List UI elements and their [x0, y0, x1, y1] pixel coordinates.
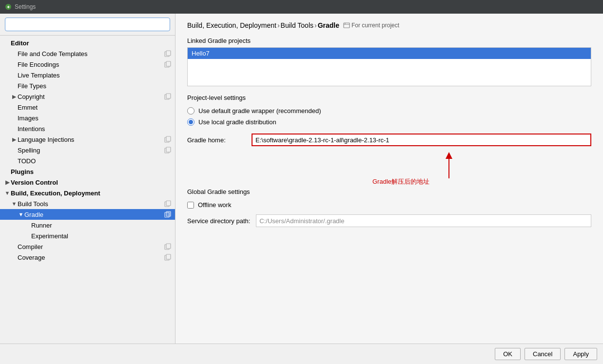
radio-default-wrapper[interactable]	[187, 107, 195, 115]
svg-rect-7	[166, 94, 171, 98]
offline-work-checkbox[interactable]	[187, 202, 194, 209]
sidebar-item-build-execution[interactable]: ▼ Build, Execution, Deployment	[0, 188, 175, 198]
collapse-icon: ▼	[4, 190, 11, 196]
sidebar-item-live-templates[interactable]: Live Templates	[0, 70, 175, 80]
sidebar-tree: Editor File and Code Templates File Enco…	[0, 36, 175, 344]
radio-local-gradle-label: Use local gradle distribution	[198, 118, 276, 126]
radio-default-wrapper-label: Use default gradle wrapper (recommended)	[198, 107, 321, 115]
sidebar-item-file-types[interactable]: File Types	[0, 80, 175, 91]
sidebar-item-plugins[interactable]: Plugins	[0, 166, 175, 177]
collapse-icon-3: ▼	[18, 211, 24, 217]
sidebar-item-intentions[interactable]: Intentions	[0, 123, 175, 134]
copy-icon-2	[164, 61, 171, 68]
for-project-label: For current project	[343, 22, 399, 29]
sidebar-item-editor[interactable]: Editor	[0, 38, 175, 48]
svg-rect-3	[166, 51, 171, 56]
breadcrumb-current: Gradle	[318, 21, 339, 29]
arrow-up-head	[446, 152, 452, 159]
copy-icon-3	[164, 93, 171, 100]
radio-row-local-gradle: Use local gradle distribution	[187, 118, 591, 126]
svg-rect-20	[344, 23, 350, 28]
bottom-bar: OK Cancel Apply	[0, 344, 603, 364]
copy-icon-4	[164, 136, 171, 143]
sidebar-item-images[interactable]: Images	[0, 113, 175, 123]
svg-text:✦: ✦	[6, 4, 10, 10]
sidebar-item-build-tools[interactable]: ▼ Build Tools	[0, 198, 175, 209]
title-bar-title: Settings	[15, 3, 36, 10]
svg-rect-11	[166, 147, 171, 152]
radio-local-gradle[interactable]	[187, 118, 195, 126]
sidebar-item-runner[interactable]: Runner	[0, 220, 175, 230]
sidebar: Editor File and Code Templates File Enco…	[0, 14, 175, 344]
copy-icon-6	[164, 200, 171, 207]
breadcrumb-sep-2: ›	[314, 21, 317, 29]
search-container	[0, 14, 175, 36]
svg-rect-17	[166, 244, 171, 249]
svg-rect-5	[166, 61, 171, 66]
title-bar: ✦ Settings	[0, 0, 603, 14]
sidebar-item-version-control[interactable]: ▶ Version Control	[0, 177, 175, 188]
svg-rect-13	[166, 201, 171, 206]
project-level-label: Project-level settings	[187, 94, 591, 101]
copy-icon-9	[164, 254, 171, 261]
sidebar-item-coverage[interactable]: Coverage	[0, 252, 175, 263]
expand-icon-2: ▶	[11, 136, 18, 143]
sidebar-item-file-code-templates[interactable]: File and Code Templates	[0, 48, 175, 59]
project-item-hello7[interactable]: Hello7	[188, 48, 591, 59]
ok-button[interactable]: OK	[495, 348, 521, 360]
service-dir-input[interactable]	[256, 214, 591, 227]
copy-icon	[164, 50, 171, 57]
breadcrumb-part-2: Build Tools	[281, 21, 313, 29]
expand-icon: ▶	[11, 94, 18, 100]
sidebar-item-copyright[interactable]: ▶ Copyright	[0, 91, 175, 102]
sidebar-item-todo[interactable]: TODO	[0, 155, 175, 166]
sidebar-item-spelling[interactable]: Spelling	[0, 145, 175, 155]
linked-projects-label: Linked Gradle projects	[187, 37, 591, 44]
search-input[interactable]	[5, 18, 170, 31]
gradle-home-row: Gradle home:	[187, 134, 591, 146]
radio-group-gradle: Use default gradle wrapper (recommended)…	[187, 107, 591, 126]
apply-button[interactable]: Apply	[564, 348, 597, 360]
project-icon	[343, 22, 350, 29]
gradle-home-label: Gradle home:	[187, 136, 246, 144]
sidebar-item-language-injections[interactable]: ▶ Language Injections	[0, 134, 175, 145]
gradle-home-input[interactable]	[252, 134, 591, 146]
breadcrumb-sep-1: ›	[277, 21, 280, 29]
collapse-icon-2: ▼	[11, 201, 18, 207]
sidebar-item-file-encodings[interactable]: File Encodings	[0, 59, 175, 70]
expand-icon-3: ▶	[4, 179, 11, 186]
svg-rect-9	[166, 136, 171, 141]
service-dir-label: Service directory path:	[187, 217, 250, 225]
radio-row-default-wrapper: Use default gradle wrapper (recommended)	[187, 107, 591, 115]
app-icon: ✦	[5, 3, 12, 10]
sidebar-item-gradle[interactable]: ▼ Gradle	[0, 209, 175, 220]
breadcrumb: Build, Execution, Deployment › Build Too…	[187, 21, 591, 29]
sidebar-item-emmet[interactable]: Emmet	[0, 102, 175, 113]
service-dir-row: Service directory path:	[187, 214, 591, 227]
project-item-empty	[188, 59, 591, 74]
global-settings-label: Global Gradle settings	[187, 188, 591, 195]
sidebar-item-compiler[interactable]: Compiler	[0, 241, 175, 252]
svg-rect-19	[166, 254, 171, 259]
breadcrumb-part-1: Build, Execution, Deployment	[187, 21, 276, 29]
arrow-up-line	[448, 159, 449, 178]
offline-work-label: Offline work	[198, 201, 231, 209]
main-content: Build, Execution, Deployment › Build Too…	[175, 14, 603, 344]
cancel-button[interactable]: Cancel	[525, 348, 561, 360]
offline-work-row: Offline work	[187, 201, 591, 209]
annotation-text: Gradle解压后的地址	[372, 177, 429, 186]
svg-rect-15	[166, 211, 171, 216]
linked-projects-list: Hello7	[187, 47, 591, 86]
copy-icon-8	[164, 243, 171, 250]
copy-icon-5	[164, 147, 171, 153]
copy-icon-7	[164, 211, 171, 218]
sidebar-item-experimental[interactable]: Experimental	[0, 230, 175, 241]
